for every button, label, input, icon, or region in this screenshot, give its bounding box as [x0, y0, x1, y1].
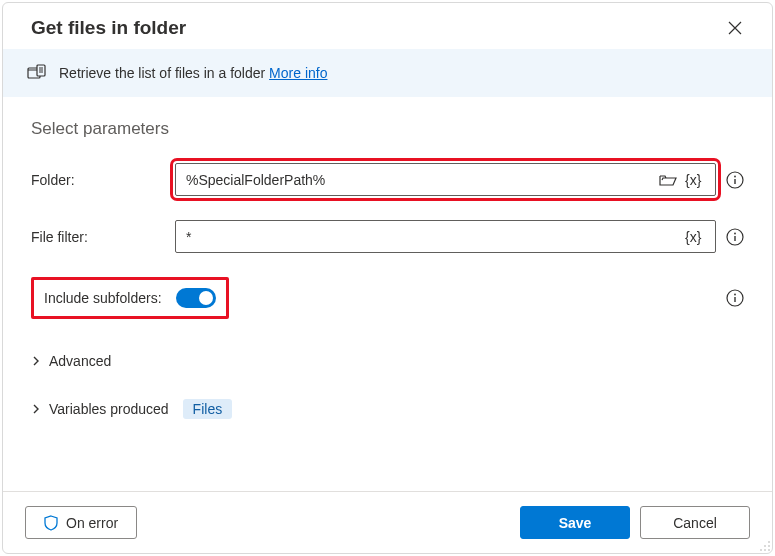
folder-row: Folder: %SpecialFolderPath% {x}	[31, 163, 744, 196]
advanced-expander[interactable]: Advanced	[31, 347, 744, 375]
filter-input[interactable]: * {x}	[175, 220, 716, 253]
svg-point-9	[734, 294, 736, 296]
on-error-label: On error	[66, 515, 118, 531]
svg-text:{x}: {x}	[685, 229, 702, 245]
svg-point-7	[734, 232, 736, 234]
variable-icon: {x}	[685, 172, 705, 188]
more-info-link[interactable]: More info	[269, 65, 327, 81]
body: Select parameters Folder: %SpecialFolder…	[3, 97, 772, 491]
svg-point-12	[764, 545, 766, 547]
variable-picker-button[interactable]: {x}	[681, 170, 709, 190]
header: Get files in folder	[3, 3, 772, 49]
banner-text: Retrieve the list of files in a folder M…	[59, 65, 327, 81]
close-icon	[728, 21, 742, 35]
dialog-title: Get files in folder	[31, 17, 186, 39]
variable-picker-button[interactable]: {x}	[681, 227, 709, 247]
filter-info-button[interactable]	[726, 228, 744, 246]
svg-point-14	[764, 549, 766, 551]
chevron-right-icon	[31, 356, 41, 366]
folder-input[interactable]: %SpecialFolderPath% {x}	[175, 163, 716, 196]
shield-icon	[44, 515, 58, 531]
variables-label: Variables produced	[49, 401, 169, 417]
section-title: Select parameters	[31, 119, 744, 139]
filter-row: File filter: * {x}	[31, 220, 744, 253]
subfolders-highlight: Include subfolders:	[31, 277, 229, 319]
on-error-button[interactable]: On error	[25, 506, 137, 539]
info-icon	[726, 171, 744, 189]
info-icon	[726, 289, 744, 307]
subfolders-label: Include subfolders:	[44, 290, 162, 306]
variables-expander[interactable]: Variables produced Files	[31, 393, 744, 425]
folder-value: %SpecialFolderPath%	[186, 172, 655, 188]
svg-text:{x}: {x}	[685, 172, 702, 188]
svg-point-4	[734, 175, 736, 177]
filter-label: File filter:	[31, 229, 175, 245]
folder-info-button[interactable]	[726, 171, 744, 189]
folder-open-icon	[659, 173, 677, 187]
footer: On error Save Cancel	[3, 491, 772, 553]
variable-icon: {x}	[685, 229, 705, 245]
svg-point-10	[768, 541, 770, 543]
folder-label: Folder:	[31, 172, 175, 188]
dialog: Get files in folder Retrieve the list of…	[2, 2, 773, 554]
advanced-label: Advanced	[49, 353, 111, 369]
folder-files-icon	[27, 63, 47, 83]
svg-point-15	[760, 549, 762, 551]
subfolders-row: Include subfolders:	[31, 277, 744, 319]
svg-point-11	[768, 545, 770, 547]
toggle-knob	[199, 291, 213, 305]
close-button[interactable]	[724, 17, 746, 39]
subfolders-info-button[interactable]	[726, 289, 744, 307]
cancel-button[interactable]: Cancel	[640, 506, 750, 539]
subfolders-toggle[interactable]	[176, 288, 216, 308]
info-icon	[726, 228, 744, 246]
variables-badge[interactable]: Files	[183, 399, 233, 419]
svg-point-13	[768, 549, 770, 551]
info-banner: Retrieve the list of files in a folder M…	[3, 49, 772, 97]
resize-grip-icon[interactable]	[759, 540, 771, 552]
save-button[interactable]: Save	[520, 506, 630, 539]
browse-folder-button[interactable]	[655, 171, 681, 189]
chevron-right-icon	[31, 404, 41, 414]
filter-value: *	[186, 229, 681, 245]
